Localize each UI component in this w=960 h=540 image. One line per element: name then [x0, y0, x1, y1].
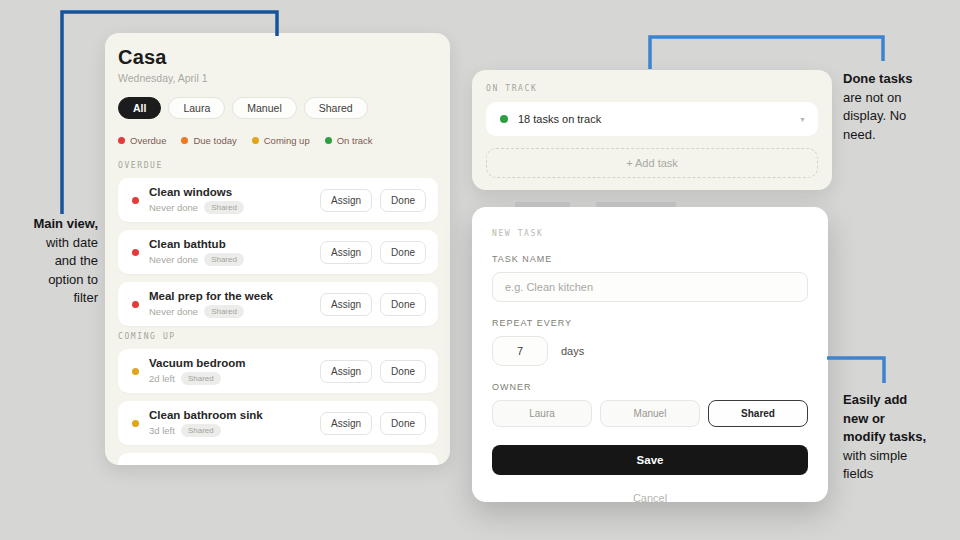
task-info: Clean bathtub Never done Shared: [149, 238, 320, 266]
coming-up-dot-icon: [252, 137, 259, 144]
task-meta: Never done: [149, 202, 198, 213]
status-dot-icon: [132, 368, 139, 375]
due-today-dot-icon: [181, 137, 188, 144]
annotation-line: Main view,: [14, 215, 98, 234]
owner-option-laura[interactable]: Laura: [492, 400, 592, 427]
task-row: Clean bathroom sink 3d left Shared Assig…: [118, 401, 438, 445]
annotation-line: Done tasks: [843, 70, 955, 89]
done-button[interactable]: Done: [380, 360, 426, 383]
annotation-easily-add: Easily add new or modify tasks, with sim…: [843, 391, 955, 484]
assign-button[interactable]: Assign: [320, 412, 372, 435]
annotation-line: Easily add: [843, 391, 955, 410]
done-button[interactable]: Done: [380, 412, 426, 435]
done-button[interactable]: Done: [380, 189, 426, 212]
assign-button[interactable]: Assign: [320, 293, 372, 316]
status-dot-icon: [132, 420, 139, 427]
current-date: Wednesday, April 1: [118, 72, 438, 84]
repeat-days-input[interactable]: [492, 336, 548, 366]
assign-button[interactable]: Assign: [320, 241, 372, 264]
assign-button[interactable]: Assign: [320, 360, 372, 383]
annotation-main-view: Main view, with date and the option to f…: [14, 215, 98, 308]
task-info: Vacuum bedroom 2d left Shared: [149, 357, 320, 385]
done-button[interactable]: Done: [380, 241, 426, 264]
section-header-on-track: ON TRACK: [486, 84, 818, 93]
annotation-line: filter: [14, 289, 98, 308]
on-track-panel: ON TRACK 18 tasks on track ▼ + Add task: [472, 70, 832, 190]
legend-label: Coming up: [264, 135, 310, 146]
on-track-dot-icon: [325, 137, 332, 144]
overdue-dot-icon: [118, 137, 125, 144]
assign-button[interactable]: Assign: [320, 189, 372, 212]
filter-pills: All Laura Manuel Shared: [118, 97, 438, 119]
annotation-line: and the: [14, 252, 98, 271]
status-legend: Overdue Due today Coming up On track: [118, 135, 438, 146]
annotation-line: new or: [843, 410, 955, 429]
task-title: Clean windows: [149, 186, 320, 198]
legend-label: On track: [337, 135, 373, 146]
legend-item-due-today: Due today: [181, 135, 236, 146]
owner-option-shared[interactable]: Shared: [708, 400, 808, 427]
done-button[interactable]: Done: [380, 293, 426, 316]
repeat-every-label: REPEAT EVERY: [492, 318, 808, 328]
main-task-panel: Casa Wednesday, April 1 All Laura Manuel…: [105, 33, 450, 465]
section-header-coming-up: COMING UP: [118, 332, 438, 341]
task-title: Vacuum bedroom: [149, 357, 320, 369]
task-info: Meal prep for the week Never done Shared: [149, 290, 320, 318]
cancel-button[interactable]: Cancel: [492, 492, 808, 504]
task-row-clipped: [118, 453, 438, 465]
save-button[interactable]: Save: [492, 445, 808, 475]
status-dot-icon: [132, 301, 139, 308]
task-title: Meal prep for the week: [149, 290, 320, 302]
task-row: Meal prep for the week Never done Shared…: [118, 282, 438, 326]
owner-option-manuel[interactable]: Manuel: [600, 400, 700, 427]
annotation-line: are not on: [843, 89, 955, 108]
modal-title: NEW TASK: [492, 229, 808, 238]
filter-pill-laura[interactable]: Laura: [168, 97, 225, 119]
legend-label: Due today: [193, 135, 236, 146]
legend-item-overdue: Overdue: [118, 135, 166, 146]
add-task-button[interactable]: + Add task: [486, 148, 818, 178]
filter-pill-all[interactable]: All: [118, 97, 161, 119]
annotation-line: with date: [14, 234, 98, 253]
task-title: Clean bathroom sink: [149, 409, 320, 421]
annotation-done-tasks: Done tasks are not on display. No need.: [843, 70, 955, 144]
new-task-modal: NEW TASK TASK NAME REPEAT EVERY days OWN…: [472, 207, 828, 502]
annotation-line: fields: [843, 465, 955, 484]
task-row: Vacuum bedroom 2d left Shared Assign Don…: [118, 349, 438, 393]
connector-done-tasks: [650, 37, 883, 69]
shared-badge: Shared: [181, 372, 221, 385]
annotation-line: option to: [14, 271, 98, 290]
task-meta: 2d left: [149, 373, 175, 384]
repeat-unit-label: days: [561, 345, 584, 357]
legend-item-on-track: On track: [325, 135, 373, 146]
filter-pill-shared[interactable]: Shared: [304, 97, 368, 119]
task-info: Clean windows Never done Shared: [149, 186, 320, 214]
on-track-dot-icon: [500, 115, 508, 123]
task-row: Clean windows Never done Shared Assign D…: [118, 178, 438, 222]
connector-easily-add: [827, 358, 884, 383]
status-dot-icon: [132, 197, 139, 204]
task-meta: Never done: [149, 306, 198, 317]
task-name-input[interactable]: [492, 272, 808, 302]
task-meta: 3d left: [149, 425, 175, 436]
task-row: Clean bathtub Never done Shared Assign D…: [118, 230, 438, 274]
task-title: Clean bathtub: [149, 238, 320, 250]
on-track-summary: 18 tasks on track: [518, 113, 799, 125]
annotation-line: need.: [843, 126, 955, 145]
annotation-line: modify tasks,: [843, 428, 955, 447]
legend-item-coming-up: Coming up: [252, 135, 310, 146]
shared-badge: Shared: [204, 201, 244, 214]
legend-label: Overdue: [130, 135, 166, 146]
task-info: Clean bathroom sink 3d left Shared: [149, 409, 320, 437]
task-meta: Never done: [149, 254, 198, 265]
owner-options: Laura Manuel Shared: [492, 400, 808, 427]
task-name-label: TASK NAME: [492, 254, 808, 264]
status-dot-icon: [132, 249, 139, 256]
section-header-overdue: OVERDUE: [118, 161, 438, 170]
page-title: Casa: [118, 46, 438, 69]
owner-label: OWNER: [492, 382, 808, 392]
chevron-down-icon[interactable]: ▼: [799, 116, 806, 123]
filter-pill-manuel[interactable]: Manuel: [232, 97, 296, 119]
on-track-summary-row[interactable]: 18 tasks on track ▼: [486, 102, 818, 136]
page: Main view, with date and the option to f…: [0, 0, 960, 540]
